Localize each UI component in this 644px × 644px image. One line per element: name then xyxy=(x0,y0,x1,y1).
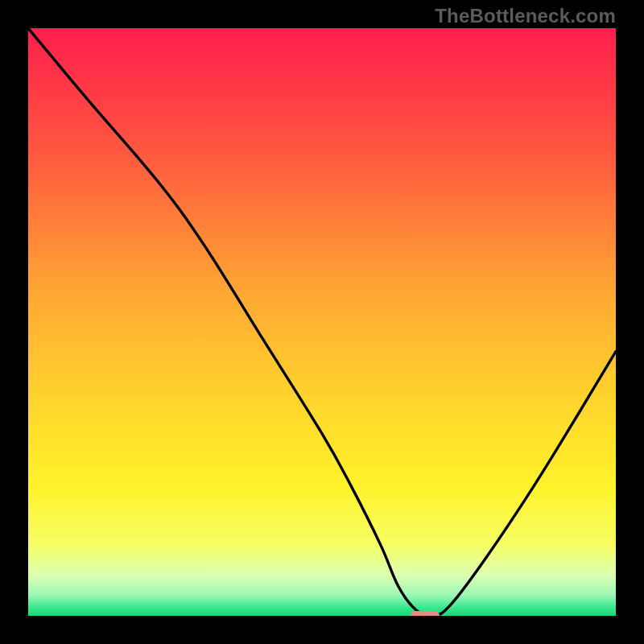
plot-area xyxy=(28,28,616,616)
watermark-text: TheBottleneck.com xyxy=(435,5,616,27)
chart-frame: TheBottleneck.com xyxy=(0,0,644,644)
optimal-marker xyxy=(411,611,440,616)
bottleneck-curve xyxy=(28,28,616,616)
